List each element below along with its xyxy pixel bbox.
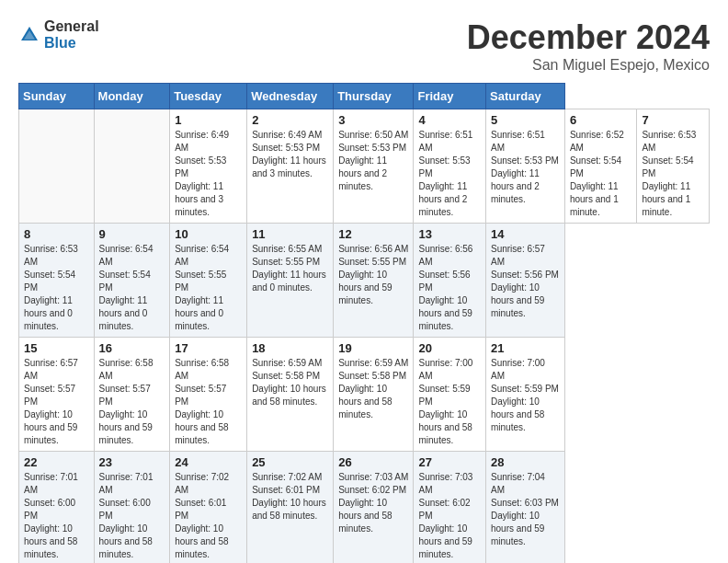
day-number: 6	[570, 113, 632, 127]
calendar-header-cell: Friday	[414, 84, 486, 109]
day-info: Sunrise: 6:54 AMSunset: 5:54 PMDaylight:…	[99, 243, 165, 333]
day-info: Sunrise: 6:59 AMSunset: 5:58 PMDaylight:…	[338, 357, 408, 421]
day-info: Sunrise: 6:58 AMSunset: 5:57 PMDaylight:…	[99, 357, 165, 447]
calendar-header-cell: Monday	[94, 84, 170, 109]
calendar-header-cell: Wednesday	[247, 84, 334, 109]
calendar-day-cell: 16Sunrise: 6:58 AMSunset: 5:57 PMDayligh…	[94, 338, 170, 452]
day-info: Sunrise: 6:53 AMSunset: 5:54 PMDaylight:…	[642, 129, 704, 219]
calendar-day-cell: 2Sunrise: 6:49 AMSunset: 5:53 PMDaylight…	[247, 109, 334, 224]
day-info: Sunrise: 6:54 AMSunset: 5:55 PMDaylight:…	[175, 243, 242, 333]
day-number: 10	[175, 227, 242, 241]
calendar-day-cell: 25Sunrise: 7:02 AMSunset: 6:01 PMDayligh…	[247, 452, 334, 564]
day-number: 12	[338, 227, 408, 241]
calendar-header-cell: Thursday	[334, 84, 414, 109]
day-number: 27	[418, 455, 481, 469]
location-title: San Miguel Espejo, Mexico	[467, 57, 710, 74]
calendar-week-row: 15Sunrise: 6:57 AMSunset: 5:57 PMDayligh…	[19, 338, 710, 452]
day-info: Sunrise: 7:02 AMSunset: 6:01 PMDaylight:…	[252, 471, 328, 523]
calendar-day-cell: 18Sunrise: 6:59 AMSunset: 5:58 PMDayligh…	[247, 338, 334, 452]
day-number: 4	[418, 113, 481, 127]
calendar-day-cell: 27Sunrise: 7:03 AMSunset: 6:02 PMDayligh…	[414, 452, 486, 564]
calendar-day-cell: 3Sunrise: 6:50 AMSunset: 5:53 PMDaylight…	[334, 109, 414, 224]
day-number: 11	[252, 227, 328, 241]
calendar-day-cell: 4Sunrise: 6:51 AMSunset: 5:53 PMDaylight…	[414, 109, 486, 224]
calendar-day-cell: 19Sunrise: 6:59 AMSunset: 5:58 PMDayligh…	[334, 338, 414, 452]
day-info: Sunrise: 6:51 AMSunset: 5:53 PMDaylight:…	[418, 129, 481, 219]
day-info: Sunrise: 6:51 AMSunset: 5:53 PMDaylight:…	[491, 129, 560, 206]
day-number: 7	[642, 113, 704, 127]
calendar-day-cell	[19, 109, 95, 224]
day-info: Sunrise: 6:56 AMSunset: 5:55 PMDaylight:…	[338, 243, 408, 307]
title-area: December 2024 San Miguel Espejo, Mexico	[467, 18, 710, 74]
day-info: Sunrise: 7:04 AMSunset: 6:03 PMDaylight:…	[491, 471, 560, 548]
calendar-day-cell: 1Sunrise: 6:49 AMSunset: 5:53 PMDaylight…	[170, 109, 247, 224]
day-number: 23	[99, 455, 165, 469]
day-info: Sunrise: 7:01 AMSunset: 6:00 PMDaylight:…	[99, 471, 165, 561]
day-info: Sunrise: 7:03 AMSunset: 6:02 PMDaylight:…	[418, 471, 481, 561]
calendar-day-cell: 21Sunrise: 7:00 AMSunset: 5:59 PMDayligh…	[486, 338, 565, 452]
logo-general: General	[44, 18, 99, 35]
month-title: December 2024	[467, 18, 710, 57]
calendar-week-row: 1Sunrise: 6:49 AMSunset: 5:53 PMDaylight…	[19, 109, 710, 224]
calendar-day-cell: 13Sunrise: 6:56 AMSunset: 5:56 PMDayligh…	[414, 224, 486, 338]
calendar-day-cell: 9Sunrise: 6:54 AMSunset: 5:54 PMDaylight…	[94, 224, 170, 338]
calendar-day-cell: 12Sunrise: 6:56 AMSunset: 5:55 PMDayligh…	[334, 224, 414, 338]
calendar-day-cell	[94, 109, 170, 224]
day-number: 1	[175, 113, 242, 127]
logo: General Blue	[18, 18, 99, 51]
day-info: Sunrise: 7:01 AMSunset: 6:00 PMDaylight:…	[24, 471, 89, 561]
header: General Blue December 2024 San Miguel Es…	[18, 18, 710, 74]
day-number: 18	[252, 341, 328, 355]
calendar-header-row: SundayMondayTuesdayWednesdayThursdayFrid…	[19, 84, 710, 109]
day-number: 24	[175, 455, 242, 469]
calendar-day-cell: 15Sunrise: 6:57 AMSunset: 5:57 PMDayligh…	[19, 338, 95, 452]
day-info: Sunrise: 6:58 AMSunset: 5:57 PMDaylight:…	[175, 357, 242, 447]
day-info: Sunrise: 7:00 AMSunset: 5:59 PMDaylight:…	[491, 357, 560, 434]
calendar-day-cell: 17Sunrise: 6:58 AMSunset: 5:57 PMDayligh…	[170, 338, 247, 452]
day-number: 26	[338, 455, 408, 469]
day-number: 14	[491, 227, 560, 241]
calendar-day-cell: 23Sunrise: 7:01 AMSunset: 6:00 PMDayligh…	[94, 452, 170, 564]
calendar-week-row: 8Sunrise: 6:53 AMSunset: 5:54 PMDaylight…	[19, 224, 710, 338]
day-info: Sunrise: 6:50 AMSunset: 5:53 PMDaylight:…	[338, 129, 408, 193]
calendar: SundayMondayTuesdayWednesdayThursdayFrid…	[18, 83, 710, 563]
day-number: 25	[252, 455, 328, 469]
calendar-day-cell: 10Sunrise: 6:54 AMSunset: 5:55 PMDayligh…	[170, 224, 247, 338]
day-info: Sunrise: 6:59 AMSunset: 5:58 PMDaylight:…	[252, 357, 328, 408]
day-number: 16	[99, 341, 165, 355]
calendar-day-cell: 26Sunrise: 7:03 AMSunset: 6:02 PMDayligh…	[334, 452, 414, 564]
calendar-header-cell: Saturday	[486, 84, 565, 109]
calendar-day-cell: 22Sunrise: 7:01 AMSunset: 6:00 PMDayligh…	[19, 452, 95, 564]
day-number: 5	[491, 113, 560, 127]
day-number: 3	[338, 113, 408, 127]
day-number: 2	[252, 113, 328, 127]
day-info: Sunrise: 7:00 AMSunset: 5:59 PMDaylight:…	[418, 357, 481, 447]
day-info: Sunrise: 6:49 AMSunset: 5:53 PMDaylight:…	[252, 129, 328, 180]
calendar-body: 1Sunrise: 6:49 AMSunset: 5:53 PMDaylight…	[19, 109, 710, 564]
day-number: 21	[491, 341, 560, 355]
day-info: Sunrise: 7:03 AMSunset: 6:02 PMDaylight:…	[338, 471, 408, 535]
day-info: Sunrise: 6:52 AMSunset: 5:54 PMDaylight:…	[570, 129, 632, 219]
day-info: Sunrise: 6:57 AMSunset: 5:57 PMDaylight:…	[24, 357, 89, 447]
day-info: Sunrise: 6:56 AMSunset: 5:56 PMDaylight:…	[418, 243, 481, 333]
logo-icon	[18, 24, 40, 46]
calendar-day-cell: 24Sunrise: 7:02 AMSunset: 6:01 PMDayligh…	[170, 452, 247, 564]
day-number: 19	[338, 341, 408, 355]
calendar-week-row: 22Sunrise: 7:01 AMSunset: 6:00 PMDayligh…	[19, 452, 710, 564]
calendar-day-cell: 5Sunrise: 6:51 AMSunset: 5:53 PMDaylight…	[486, 109, 565, 224]
logo-text: General Blue	[44, 18, 99, 51]
calendar-day-cell: 28Sunrise: 7:04 AMSunset: 6:03 PMDayligh…	[486, 452, 565, 564]
calendar-day-cell: 6Sunrise: 6:52 AMSunset: 5:54 PMDaylight…	[564, 109, 637, 224]
calendar-day-cell: 11Sunrise: 6:55 AMSunset: 5:55 PMDayligh…	[247, 224, 334, 338]
day-number: 15	[24, 341, 89, 355]
calendar-day-cell: 20Sunrise: 7:00 AMSunset: 5:59 PMDayligh…	[414, 338, 486, 452]
calendar-day-cell: 8Sunrise: 6:53 AMSunset: 5:54 PMDaylight…	[19, 224, 95, 338]
logo-blue: Blue	[44, 35, 99, 52]
day-info: Sunrise: 6:57 AMSunset: 5:56 PMDaylight:…	[491, 243, 560, 320]
day-info: Sunrise: 6:49 AMSunset: 5:53 PMDaylight:…	[175, 129, 242, 219]
day-info: Sunrise: 6:55 AMSunset: 5:55 PMDaylight:…	[252, 243, 328, 294]
day-info: Sunrise: 7:02 AMSunset: 6:01 PMDaylight:…	[175, 471, 242, 561]
day-number: 17	[175, 341, 242, 355]
calendar-header-cell: Sunday	[19, 84, 95, 109]
calendar-header-cell: Tuesday	[170, 84, 247, 109]
